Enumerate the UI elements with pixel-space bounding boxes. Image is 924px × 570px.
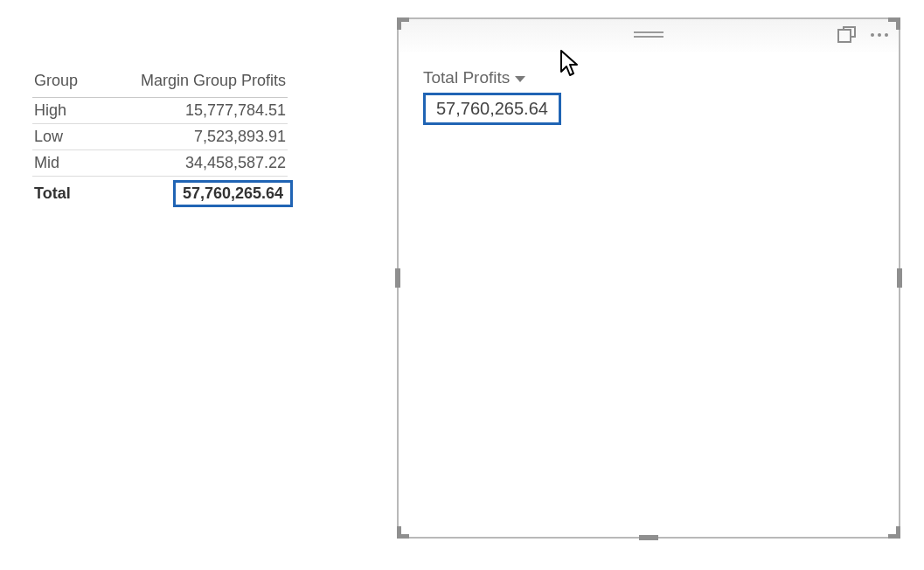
matrix-header-row: Group Margin Group Profits (32, 68, 288, 98)
cell-group: High (32, 98, 94, 124)
cell-profits: 7,523,893.91 (94, 124, 288, 150)
chevron-down-icon[interactable] (515, 76, 525, 82)
resize-handle-bottom-left[interactable] (397, 523, 413, 539)
resize-handle-left[interactable] (395, 268, 400, 288)
total-label: Total (32, 177, 94, 210)
card-body: Total Profits 57,760,265.64 (399, 52, 899, 141)
cell-group: Mid (32, 150, 94, 177)
card-title-row[interactable]: Total Profits (423, 68, 874, 87)
total-value: 57,760,265.64 (94, 177, 288, 210)
col-header-profits[interactable]: Margin Group Profits (94, 68, 288, 98)
visual-header[interactable] (399, 19, 899, 52)
margin-group-matrix[interactable]: Group Margin Group Profits High 15,777,7… (32, 68, 288, 209)
cell-profits: 15,777,784.51 (94, 98, 288, 124)
col-header-group[interactable]: Group (32, 68, 94, 98)
resize-handle-bottom-right[interactable] (885, 523, 900, 539)
drag-handle-icon[interactable] (634, 31, 663, 40)
card-visual-container[interactable]: Total Profits 57,760,265.64 (397, 17, 900, 539)
focus-mode-icon[interactable] (837, 26, 857, 44)
total-value-highlight: 57,760,265.64 (173, 180, 293, 207)
resize-handle-top-left[interactable] (397, 17, 413, 33)
card-title: Total Profits (423, 68, 510, 87)
svg-rect-0 (838, 30, 851, 42)
resize-handle-right[interactable] (897, 268, 902, 288)
cell-group: Low (32, 124, 94, 150)
matrix-total-row[interactable]: Total 57,760,265.64 (32, 177, 288, 210)
table-row[interactable]: Low 7,523,893.91 (32, 124, 288, 150)
resize-handle-top-right[interactable] (885, 17, 900, 33)
resize-handle-bottom[interactable] (639, 535, 658, 540)
cell-profits: 34,458,587.22 (94, 150, 288, 177)
card-value: 57,760,265.64 (423, 93, 561, 125)
table-row[interactable]: High 15,777,784.51 (32, 98, 288, 124)
table-row[interactable]: Mid 34,458,587.22 (32, 150, 288, 177)
